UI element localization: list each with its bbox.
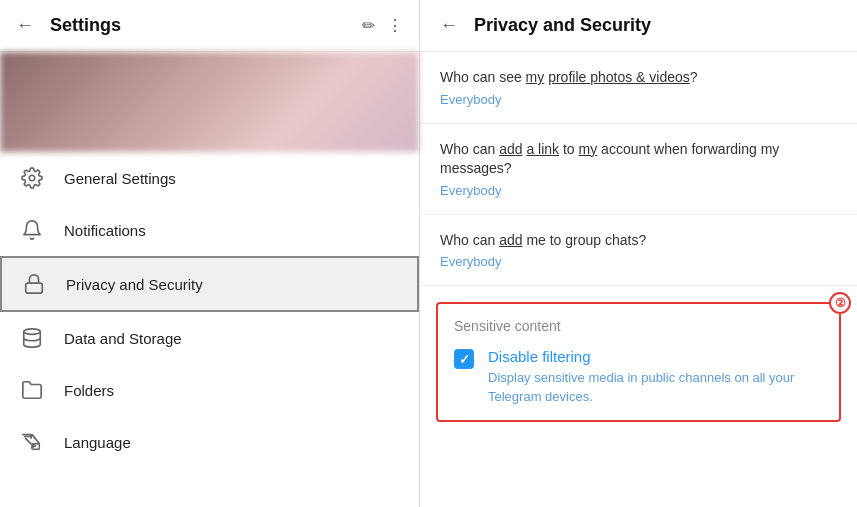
disable-filtering-desc: Display sensitive media in public channe… bbox=[488, 369, 823, 405]
privacy-item-photos[interactable]: Who can see my profile photos & videos? … bbox=[420, 52, 857, 124]
right-back-button[interactable]: ← bbox=[440, 15, 458, 36]
folder-icon bbox=[20, 378, 44, 402]
underline-add-3: add bbox=[499, 232, 522, 248]
privacy-answer-3: Everybody bbox=[440, 254, 837, 269]
underline-my-1: my bbox=[526, 69, 545, 85]
svg-rect-1 bbox=[26, 283, 43, 293]
svg-point-2 bbox=[24, 329, 41, 335]
disable-filtering-label: Disable filtering bbox=[488, 348, 823, 365]
translate-icon bbox=[20, 430, 44, 454]
menu-item-general[interactable]: General Settings bbox=[0, 152, 419, 204]
profile-banner bbox=[0, 52, 419, 152]
menu-item-language[interactable]: Language bbox=[0, 416, 419, 468]
sensitive-content-section: Sensitive content ✓ Disable filtering Di… bbox=[436, 302, 841, 421]
sensitive-badge: ② bbox=[829, 292, 851, 314]
data-storage-label: Data and Storage bbox=[64, 330, 182, 347]
left-panel: ← Settings ✏ ⋮ General Settings Notifica… bbox=[0, 0, 420, 507]
notifications-label: Notifications bbox=[64, 222, 146, 239]
menu-item-folders[interactable]: Folders bbox=[0, 364, 419, 416]
privacy-label: Privacy and Security bbox=[66, 276, 203, 293]
language-label: Language bbox=[64, 434, 131, 451]
menu-list: General Settings Notifications ① Privacy… bbox=[0, 152, 419, 507]
privacy-answer-2: Everybody bbox=[440, 183, 837, 198]
bell-icon bbox=[20, 218, 44, 242]
back-button[interactable]: ← bbox=[16, 15, 34, 36]
general-settings-label: General Settings bbox=[64, 170, 176, 187]
privacy-answer-1: Everybody bbox=[440, 92, 837, 107]
underline-my-2: my bbox=[579, 141, 598, 157]
folders-label: Folders bbox=[64, 382, 114, 399]
checkmark-icon: ✓ bbox=[459, 352, 470, 367]
gear-icon bbox=[20, 166, 44, 190]
sensitive-content-row: ✓ Disable filtering Display sensitive me… bbox=[454, 348, 823, 405]
underline-profile: profile photos & videos bbox=[548, 69, 690, 85]
svg-point-0 bbox=[29, 175, 35, 181]
underline-link: a link bbox=[526, 141, 559, 157]
right-panel: ← Privacy and Security Who can see my pr… bbox=[420, 0, 857, 507]
lock-icon bbox=[22, 272, 46, 296]
privacy-question-1: Who can see my profile photos & videos? bbox=[440, 68, 837, 88]
database-icon bbox=[20, 326, 44, 350]
menu-item-data[interactable]: Data and Storage bbox=[0, 312, 419, 364]
menu-item-privacy[interactable]: Privacy and Security bbox=[0, 256, 419, 312]
right-content: Who can see my profile photos & videos? … bbox=[420, 52, 857, 507]
more-icon[interactable]: ⋮ bbox=[387, 16, 403, 35]
privacy-question-3: Who can add me to group chats? bbox=[440, 231, 837, 251]
underline-add-2: add bbox=[499, 141, 522, 157]
privacy-question-2: Who can add a link to my account when fo… bbox=[440, 140, 837, 179]
menu-item-notifications[interactable]: Notifications ① bbox=[0, 204, 419, 256]
right-panel-title: Privacy and Security bbox=[474, 15, 651, 36]
left-header: ← Settings ✏ ⋮ bbox=[0, 0, 419, 52]
sensitive-section-title: Sensitive content bbox=[454, 318, 823, 334]
edit-icon[interactable]: ✏ bbox=[362, 16, 375, 35]
sensitive-text-block: Disable filtering Display sensitive medi… bbox=[488, 348, 823, 405]
privacy-item-link[interactable]: Who can add a link to my account when fo… bbox=[420, 124, 857, 215]
disable-filtering-checkbox[interactable]: ✓ bbox=[454, 349, 474, 369]
right-header: ← Privacy and Security bbox=[420, 0, 857, 52]
privacy-item-groups[interactable]: Who can add me to group chats? Everybody bbox=[420, 215, 857, 287]
settings-title: Settings bbox=[50, 15, 346, 36]
header-actions: ✏ ⋮ bbox=[362, 16, 403, 35]
